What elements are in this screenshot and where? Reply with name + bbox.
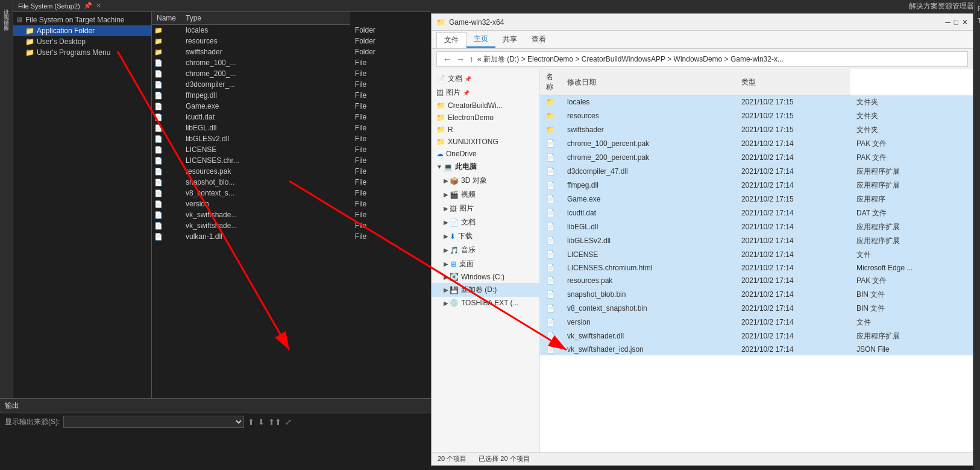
- output-source-select[interactable]: [63, 416, 244, 428]
- sidebar-onedrive[interactable]: ☁ OneDrive: [432, 148, 539, 160]
- file-row[interactable]: 📄vk_swiftshade...File: [152, 220, 431, 231]
- file-type: File: [350, 90, 431, 101]
- exp-file-row[interactable]: 📄vk_swiftshader_icd.json2021/10/2 17:14J…: [540, 343, 973, 355]
- file-row[interactable]: 📁swiftshaderFolder: [152, 46, 431, 57]
- ribbon-tab-view[interactable]: 查看: [524, 32, 553, 47]
- tree-item-programs[interactable]: 📁 User's Programs Menu: [13, 47, 151, 58]
- output-btn-3[interactable]: ⬆⬆: [268, 418, 281, 427]
- output-btn-4[interactable]: ⤢: [285, 418, 292, 427]
- file-row[interactable]: 📄LICENSES.chr...File: [152, 155, 431, 166]
- nav-up-btn[interactable]: ↑: [468, 54, 475, 64]
- exp-file-type: PAK 文件: [850, 151, 973, 165]
- folder-icon: 📁: [154, 37, 163, 45]
- exp-file-type: 文件: [850, 248, 973, 262]
- sidebar-documents[interactable]: 📄 文档 📌: [432, 72, 539, 86]
- exp-file-row[interactable]: 📄d3dcompiler_47.dll2021/10/2 17:14应用程序扩展: [540, 165, 973, 179]
- sidebar-r[interactable]: 📁 R: [432, 124, 539, 136]
- file-icon: 📄: [546, 223, 555, 231]
- file-row[interactable]: 📄libEGL.dllFile: [152, 122, 431, 133]
- sidebar-desktop[interactable]: ▶ 🖥 桌面: [432, 257, 539, 271]
- exp-file-row[interactable]: 📄v8_context_snapshot.bin2021/10/2 17:14B…: [540, 302, 973, 316]
- sidebar-pictures[interactable]: 🖼 图片 📌: [432, 86, 539, 100]
- pin-icon[interactable]: 📌: [84, 2, 92, 10]
- sidebar-btn-4[interactable]: 服务: [1, 19, 11, 24]
- explorer-content: 📄 文档 📌 🖼 图片 📌 📁 CreatorBuildWi... 📁 Elec…: [432, 69, 973, 452]
- output-btn-1[interactable]: ⬆: [248, 418, 254, 427]
- ribbon-tab-home[interactable]: 主页: [466, 31, 495, 48]
- file-row[interactable]: 📄versionFile: [152, 198, 431, 209]
- sidebar-ddrive[interactable]: ▶ 💾 新加卷 (D:): [432, 283, 539, 297]
- exp-file-name: chrome_100_percent.pak: [561, 137, 735, 151]
- file-row[interactable]: 📁localesFolder: [152, 25, 431, 36]
- ribbon-tab-share[interactable]: 共享: [495, 32, 524, 47]
- exp-file-row[interactable]: 📄icudtl.dat2021/10/2 17:14DAT 文件: [540, 206, 973, 220]
- exp-file-row[interactable]: 📄libEGL.dll2021/10/2 17:14应用程序扩展: [540, 220, 973, 234]
- file-icon: 📄: [154, 135, 163, 142]
- minimize-btn[interactable]: ─: [945, 18, 950, 27]
- expand-pics: ▶: [444, 205, 448, 212]
- exp-file-row[interactable]: 📄version2021/10/2 17:14文件: [540, 316, 973, 329]
- file-row[interactable]: 📄Game.exeFile: [152, 101, 431, 112]
- folder-icon: 📁: [546, 112, 555, 120]
- tree-item-application-folder[interactable]: 📁 Application Folder: [13, 25, 151, 36]
- exp-file-row[interactable]: 📄resources.pak2021/10/2 17:14PAK 文件: [540, 274, 973, 288]
- exp-file-row[interactable]: 📄ffmpeg.dll2021/10/2 17:14应用程序扩展: [540, 179, 973, 192]
- nav-back-btn[interactable]: ←: [442, 54, 453, 64]
- exp-file-row[interactable]: 📁swiftshader2021/10/2 17:15文件夹: [540, 123, 973, 137]
- sidebar-electrondemo[interactable]: 📁 ElectronDemo: [432, 112, 539, 124]
- tree-root[interactable]: 🖥 File System on Target Machine: [13, 14, 151, 25]
- sidebar-video[interactable]: ▶ 🎬 视频: [432, 188, 539, 202]
- sidebar-download[interactable]: ▶ ⬇ 下载: [432, 229, 539, 243]
- exp-file-row[interactable]: 📄LICENSES.chromium.html2021/10/2 17:14Mi…: [540, 262, 973, 274]
- file-row[interactable]: 📄chrome_200_...File: [152, 68, 431, 79]
- ribbon-tab-file[interactable]: 文件: [436, 32, 466, 48]
- exp-file-row[interactable]: 📄snapshot_blob.bin2021/10/2 17:14BIN 文件: [540, 288, 973, 302]
- exp-file-row[interactable]: 📄vk_swiftshader.dll2021/10/2 17:14应用程序扩展: [540, 329, 973, 343]
- sidebar-music[interactable]: ▶ 🎵 音乐: [432, 243, 539, 257]
- file-row[interactable]: 📄libGLESv2.dllFile: [152, 133, 431, 144]
- maximize-btn[interactable]: □: [954, 18, 958, 27]
- exp-file-row[interactable]: 📄LICENSE2021/10/2 17:14文件: [540, 248, 973, 262]
- sidebar-3dobj[interactable]: ▶ 📦 3D 对象: [432, 174, 539, 188]
- close-icon[interactable]: ✕: [96, 2, 101, 10]
- sidebar-thispc[interactable]: ▼ 💻 此电脑: [432, 160, 539, 174]
- exp-file-row[interactable]: 📄Game.exe2021/10/2 17:15应用程序: [540, 192, 973, 206]
- output-source-label: 显示输出来源(S):: [5, 417, 60, 427]
- sidebar-toshiba[interactable]: ▶ 💿 TOSHIBA EXT (...: [432, 297, 539, 309]
- exp-file-row[interactable]: 📁resources2021/10/2 17:15文件夹: [540, 109, 973, 123]
- exp-file-row[interactable]: 📄chrome_100_percent.pak2021/10/2 17:14PA…: [540, 137, 973, 151]
- exp-file-type: BIN 文件: [850, 288, 973, 302]
- sidebar-creatorbuild[interactable]: 📁 CreatorBuildWi...: [432, 100, 539, 112]
- sidebar-btn-2[interactable]: 视图: [1, 8, 11, 13]
- sidebar-btn-3[interactable]: 错误: [1, 13, 11, 18]
- sidebar-xuniji[interactable]: 📁 XUNIJIXITONG: [432, 136, 539, 148]
- file-row[interactable]: 📄snapshot_blo...File: [152, 177, 431, 188]
- file-row[interactable]: 📁resourcesFolder: [152, 36, 431, 46]
- file-name: LICENSES.chr...: [181, 155, 350, 166]
- sidebar-btn-1[interactable]: 设计: [1, 2, 11, 7]
- close-btn[interactable]: ✕: [962, 18, 968, 27]
- nav-forward-btn[interactable]: →: [455, 54, 466, 64]
- output-btn-2[interactable]: ⬇: [258, 418, 265, 427]
- dl-icon: ⬇: [450, 232, 456, 241]
- file-row[interactable]: 📄LICENSEFile: [152, 144, 431, 155]
- file-row[interactable]: 📄d3dcompiler_...File: [152, 79, 431, 90]
- file-row[interactable]: 📄ffmpeg.dllFile: [152, 90, 431, 101]
- exp-file-row[interactable]: 📄libGLESv2.dll2021/10/2 17:14应用程序扩展: [540, 234, 973, 248]
- file-row[interactable]: 📄vk_swiftshade...File: [152, 209, 431, 220]
- file-icon: 📄: [546, 318, 555, 326]
- exp-file-row[interactable]: 📄chrome_200_percent.pak2021/10/2 17:14PA…: [540, 151, 973, 165]
- sidebar-docs2[interactable]: ▶ 📄 文档: [432, 215, 539, 229]
- file-row[interactable]: 📄vulkan-1.dllFile: [152, 231, 431, 242]
- exp-file-row[interactable]: 📁locales2021/10/2 17:15文件夹: [540, 95, 973, 109]
- tree-item-desktop[interactable]: 📁 User's Desktop: [13, 36, 151, 47]
- file-row[interactable]: 📄v8_context_s...File: [152, 188, 431, 198]
- file-row[interactable]: 📄resources.pakFile: [152, 166, 431, 177]
- file-row[interactable]: 📄chrome_100_...File: [152, 57, 431, 68]
- 3d-icon: 📦: [450, 177, 459, 185]
- exp-file-date: 2021/10/2 17:14: [735, 179, 850, 192]
- setup-panel-titlebar: File System (Setup2) 📌 ✕: [13, 0, 431, 12]
- sidebar-pics2[interactable]: ▶ 🖼 图片: [432, 202, 539, 215]
- file-row[interactable]: 📄icudtl.datFile: [152, 112, 431, 122]
- sidebar-cdrive[interactable]: ▶ 💽 Windows (C:): [432, 271, 539, 283]
